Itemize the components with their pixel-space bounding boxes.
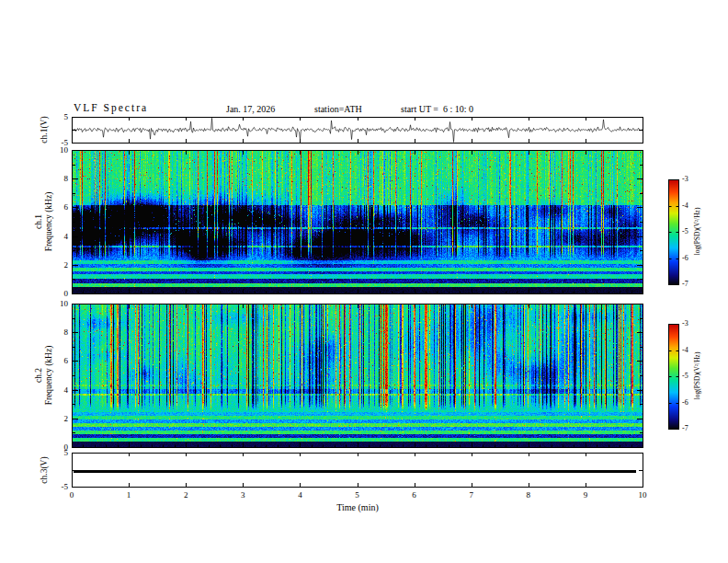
ch2-axis-line1: ch.2 bbox=[34, 304, 44, 448]
colorbar-tick-label: -7 bbox=[682, 424, 699, 433]
x-tick-label: 10 bbox=[635, 490, 650, 500]
station-label: station=ATH bbox=[314, 104, 362, 114]
ch3-voltage-axis-label: ch.3(V) bbox=[39, 442, 50, 498]
colorbar-tick-label: -3 bbox=[682, 175, 699, 184]
colorbar-tick-label: -3 bbox=[682, 319, 699, 328]
x-tick-label: 4 bbox=[292, 490, 307, 500]
y-tick-label: 8 bbox=[50, 327, 68, 337]
y-tick-label: -5 bbox=[50, 482, 68, 491]
ch2-axis-line2: Frequency (kHz) bbox=[44, 304, 54, 448]
ch1-frequency-axis-label: ch.1 Frequency (kHz) bbox=[34, 150, 54, 294]
ch1-axis-line1: ch.1 bbox=[34, 150, 44, 294]
x-tick-label: 8 bbox=[521, 490, 536, 500]
y-tick-label: 8 bbox=[50, 174, 68, 183]
ch1-axis-line2: Frequency (kHz) bbox=[44, 150, 54, 294]
y-tick-label: -5 bbox=[50, 138, 68, 147]
y-tick-label: 4 bbox=[50, 385, 68, 395]
y-tick-label: 4 bbox=[50, 232, 68, 241]
x-tick-label: 7 bbox=[464, 490, 479, 500]
colorbar-tick-label: -6 bbox=[682, 254, 699, 263]
time-axis-label: Time (min) bbox=[321, 502, 394, 512]
ch3-waveform-canvas bbox=[72, 453, 643, 488]
x-tick-label: 9 bbox=[578, 490, 593, 500]
x-tick-label: 3 bbox=[235, 490, 250, 500]
colorbar-tick-label: -4 bbox=[682, 201, 699, 211]
x-tick-label: 5 bbox=[350, 490, 365, 500]
y-tick-label: 2 bbox=[50, 260, 68, 270]
date-label: Jan. 17, 2026 bbox=[226, 104, 275, 114]
start-ut-label: start UT = 6 : 10: 0 bbox=[401, 104, 473, 114]
colorbar-tick-label: -5 bbox=[682, 227, 699, 236]
x-tick-label: 6 bbox=[407, 490, 422, 500]
colorbar-tick-label: -6 bbox=[682, 398, 699, 408]
y-tick-label: 2 bbox=[50, 414, 68, 423]
ch2-spectrogram-canvas bbox=[72, 304, 643, 448]
colorbar-tick-label: -4 bbox=[682, 346, 699, 355]
colorbar-tick-label: -5 bbox=[682, 372, 699, 381]
y-tick-label: 6 bbox=[50, 356, 68, 365]
colorbar-2-canvas bbox=[668, 324, 679, 430]
y-tick-label: 6 bbox=[50, 202, 68, 212]
ch2-frequency-axis-label: ch.2 Frequency (kHz) bbox=[34, 304, 54, 448]
colorbar-1-canvas bbox=[668, 179, 679, 285]
vlf-spectra-figure: VLF Spectra Jan. 17, 2026 station=ATH st… bbox=[0, 0, 728, 563]
ch1-spectrogram-canvas bbox=[72, 150, 643, 294]
x-tick-label: 2 bbox=[178, 490, 193, 500]
x-tick-label: 1 bbox=[121, 490, 136, 500]
ch1-waveform-canvas bbox=[72, 117, 643, 144]
y-tick-label: 5 bbox=[50, 112, 68, 121]
x-tick-label: 0 bbox=[64, 490, 79, 500]
y-tick-label: 0 bbox=[50, 289, 68, 298]
plot-title: VLF Spectra bbox=[74, 102, 148, 113]
y-tick-label: 10 bbox=[50, 299, 68, 308]
colorbar-tick-label: -7 bbox=[682, 280, 699, 289]
y-tick-label: 5 bbox=[50, 448, 68, 457]
